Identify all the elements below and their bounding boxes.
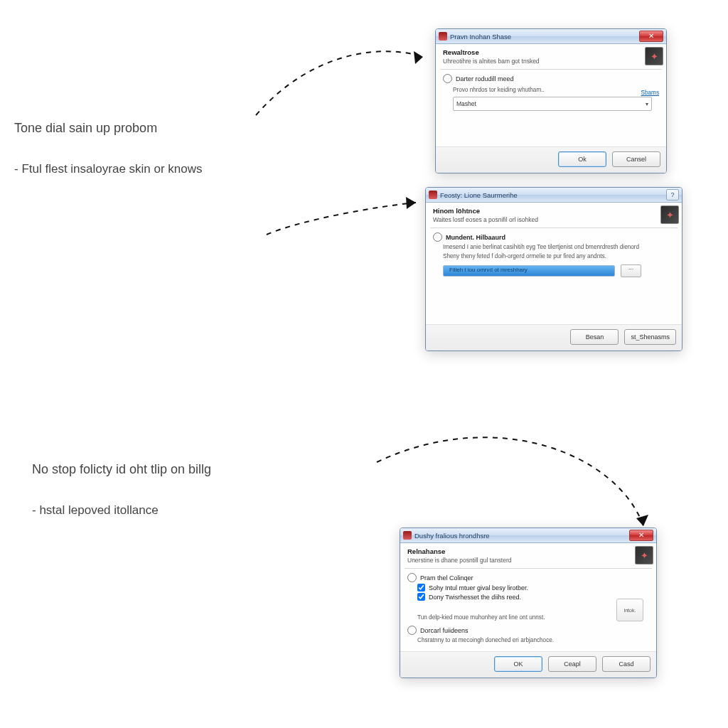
cancel-button[interactable]: Cansel	[612, 151, 660, 167]
action-button-2[interactable]: st_Shenasms	[624, 329, 676, 345]
checkbox-2[interactable]: Dony Twisrhesset the diihs reed.	[417, 593, 649, 601]
side-action-button[interactable]: intok.	[616, 599, 643, 621]
dialog-3-titlebar[interactable]: Dushy fralious hrondhsre ✕	[400, 528, 656, 543]
checkbox-1[interactable]: Sohy Intul mtuer gival besy lirotber.	[417, 584, 649, 592]
radio-label: Mundent. Hilbaaurd	[446, 234, 505, 241]
action-button-1[interactable]: Besan	[570, 329, 619, 345]
secondary-button[interactable]: Ceapl	[548, 656, 596, 672]
close-button[interactable]: ✕	[629, 530, 653, 541]
radio-input[interactable]	[407, 626, 417, 635]
radio-input[interactable]	[433, 232, 442, 242]
instruction-bullet-2: - hstal lepoved itollance	[32, 503, 159, 518]
radio-label: Dorcarl fuiideens	[420, 627, 469, 634]
checkbox-input[interactable]	[417, 584, 425, 592]
radio-label: Pram thel Colinqer	[420, 574, 473, 582]
radio-input[interactable]	[407, 573, 417, 582]
note-text: Tun delp-kied moue muhonhey ant line ont…	[417, 614, 649, 621]
section-title: Hinom löhtnce	[433, 207, 675, 215]
ok-button[interactable]: Ok	[558, 151, 606, 167]
section-subtitle: Unerstine is dhane posntill gul tansterd	[407, 557, 649, 564]
app-icon-small	[429, 191, 437, 199]
section-title: Rewaltrose	[443, 48, 659, 56]
dialog-2-buttons: Besan st_Shenasms	[426, 324, 682, 350]
field-caption: Provo nhrdos tor keiding whutham..	[453, 86, 659, 94]
progress-side-button[interactable]: ···	[621, 264, 641, 277]
dialog-3-buttons: OK Ceapl Casd	[400, 651, 656, 678]
progress-label: Filleh t iou omrvd ot mreshhary	[449, 267, 528, 273]
help-button[interactable]: ?	[666, 189, 679, 200]
option-radio-1[interactable]: Darter rodudill meed	[443, 74, 659, 83]
help-link[interactable]: Sbams	[641, 90, 659, 96]
cancel-button[interactable]: Casd	[602, 656, 651, 672]
dialog-1: Pravn Inohan Shase ✕ Rewaltrose Uhreotih…	[435, 28, 667, 173]
option-radio-1[interactable]: Pram thel Colinqer	[407, 573, 649, 582]
progress-bar: Filleh t iou omrvd ot mreshhary	[443, 265, 615, 277]
app-icon-small	[403, 531, 412, 540]
dialog-2: Feosty: Lione Saurmerihe ? Hinom löhtnce…	[425, 187, 682, 351]
radio-2-description: Chsratnny to at mecoingh doneched eri ar…	[417, 636, 649, 644]
instruction-heading-1: Tone dial sain up probom	[14, 121, 157, 136]
app-icon: ✦	[660, 205, 679, 224]
ok-button[interactable]: OK	[494, 656, 542, 672]
dialog-1-title: Pravn Inohan Shase	[450, 33, 639, 41]
dialog-3-title: Dushy fralious hrondhsre	[414, 532, 629, 540]
app-icon: ✦	[635, 546, 653, 564]
section-title: Relnahanse	[407, 547, 649, 555]
dialog-2-title: Feosty: Lione Saurmerihe	[440, 191, 664, 199]
radio-label: Darter rodudill meed	[456, 75, 514, 82]
svg-marker-2	[636, 515, 648, 526]
instruction-bullet-1: - Ftul flest insaloyrae skin or knows	[14, 162, 203, 176]
svg-marker-0	[414, 51, 423, 64]
dialog-1-buttons: Ok Cansel	[436, 146, 666, 173]
dropdown[interactable]: Mashet ▾	[453, 97, 652, 111]
dialog-1-titlebar[interactable]: Pravn Inohan Shase ✕	[436, 29, 666, 44]
option-radio-1[interactable]: Mundent. Hilbaaurd	[433, 232, 675, 242]
section-subtitle: Waites lostf eoses a posnifil orl isohke…	[433, 216, 675, 223]
dialog-3: Dushy fralious hrondhsre ✕ Relnahanse Un…	[400, 528, 657, 678]
dialog-2-titlebar[interactable]: Feosty: Lione Saurmerihe ?	[426, 188, 682, 203]
close-button[interactable]: ✕	[639, 31, 663, 42]
option-description-line-1: Imesend I anie berlinat casihitih eyg Te…	[443, 243, 675, 251]
option-radio-2[interactable]: Dorcarl fuiideens	[407, 626, 649, 635]
option-description-line-2: Sheny theny feted f doih-orgerd ormelie …	[443, 252, 675, 260]
chevron-down-icon: ▾	[646, 101, 648, 107]
checkbox-label: Sohy Intul mtuer gival besy lirotber.	[429, 584, 528, 592]
radio-input[interactable]	[443, 74, 452, 83]
app-icon-small	[439, 32, 447, 41]
dropdown-value: Mashet	[456, 100, 476, 107]
section-subtitle: Uhreotihre is alnites bam got tnsked	[443, 58, 659, 65]
instruction-heading-2: No stop folicty id oht tlip on billg	[32, 462, 211, 477]
app-icon: ✦	[645, 47, 663, 65]
checkbox-input[interactable]	[417, 593, 425, 601]
svg-marker-1	[406, 197, 416, 209]
checkbox-label: Dony Twisrhesset the diihs reed.	[429, 594, 521, 601]
